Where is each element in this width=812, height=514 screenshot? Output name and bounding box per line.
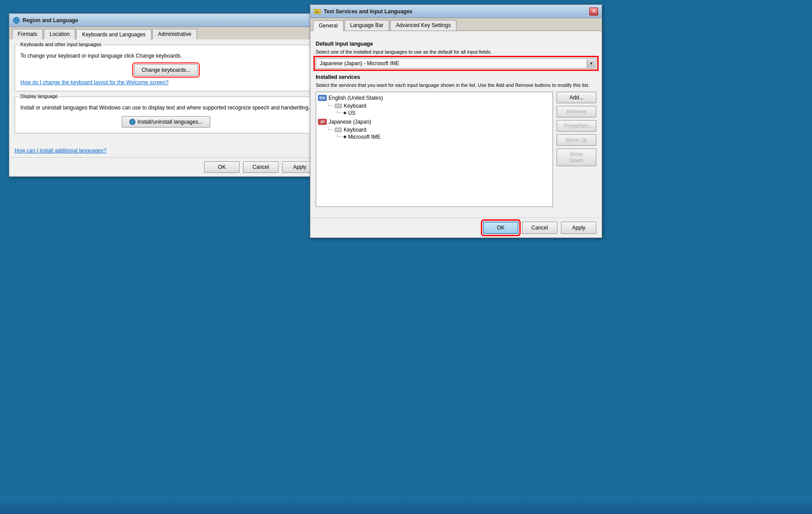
keyboards-description: To change your keyboard or input languag… [20,52,312,60]
default-input-desc: Select one of the installed input langua… [316,49,596,55]
display-language-group: Display language Install or uninstall la… [15,97,317,134]
list-item: └─ Keyboard [318,103,551,109]
ts-tab-advanced-key[interactable]: Advanced Key Settings [390,20,456,31]
ts-tab-language-bar[interactable]: Language Bar [344,20,389,31]
region-title-icon [13,17,20,24]
region-dialog-title: Region and Language [23,17,78,23]
svg-text:Aa: Aa [315,10,319,13]
list-item: EN English (United States) [318,94,551,102]
taskbar [0,496,812,514]
bullet-icon [344,112,346,114]
default-language-dropdown-wrapper: English (United States) - US Japanese (J… [316,58,596,69]
ts-ok-button[interactable]: OK [483,222,518,234]
tab-administrative[interactable]: Administrative [152,29,197,39]
ts-dialog-title: Text Services and Input Languages [324,8,413,15]
list-item: └─ Keyboard [318,127,551,133]
welcome-screen-link[interactable]: How do I change the keyboard layout for … [20,79,169,86]
keyboard-icon [335,128,342,132]
globe-icon [129,119,135,125]
region-dialog-titlebar: Region and Language ✕ [9,14,323,27]
region-language-dialog: Region and Language ✕ Formats Location K… [9,13,323,177]
move-down-button[interactable]: Move Down [557,148,596,166]
region-cancel-button[interactable]: Cancel [243,161,278,173]
text-services-dialog: Aa Text Services and Input Languages ✕ G… [310,4,602,238]
ts-dialog-body: Default input language Select one of the… [310,31,602,218]
ts-tabs: General Language Bar Advanced Key Settin… [310,18,602,31]
display-language-description: Install or uninstall languages that Wind… [20,104,312,112]
region-ok-button[interactable]: OK [204,161,240,173]
remove-button[interactable]: Remove [557,106,596,117]
tab-formats[interactable]: Formats [12,29,43,39]
ts-cancel-button[interactable]: Cancel [522,222,557,234]
ts-dialog-titlebar: Aa Text Services and Input Languages ✕ [310,5,602,18]
installed-services-section: EN English (United States) └─ Keyboard └… [316,92,596,207]
keyboard-icon [335,104,342,108]
region-tabs: Formats Location Keyboards and Languages… [9,27,323,39]
install-uninstall-button[interactable]: Install/uninstall languages... [122,116,210,128]
en-language-name: English (United States) [329,95,383,101]
default-input-label: Default input language [316,41,596,47]
list-item: └─ Microsoft IME [318,134,551,140]
jp-ime-label: Microsoft IME [348,134,380,140]
keyboards-group-title: Keyboards and other input languages [19,42,103,47]
installed-services-label: Installed services [316,74,596,80]
region-dialog-body: Keyboards and other input languages To c… [9,39,323,144]
display-language-title: Display language [19,93,59,99]
add-button[interactable]: Add... [557,92,596,103]
tab-location[interactable]: Location [44,29,75,39]
en-us-label: US [348,110,356,116]
ts-title-icon: Aa [314,8,321,15]
move-up-button[interactable]: Move Up [557,134,596,146]
list-item: JP Japanese (Japan) [318,118,551,126]
installed-services-desc: Select the services that you want for ea… [316,82,596,89]
services-list[interactable]: EN English (United States) └─ Keyboard └… [316,92,553,207]
list-item: └─ US [318,110,551,116]
region-dialog-footer: OK Cancel Apply [9,157,323,176]
change-keyboards-button[interactable]: Change keyboards... [134,64,198,76]
install-languages-link[interactable]: How can I install additional languages? [15,148,106,154]
tab-keyboards-languages[interactable]: Keyboards and Languages [76,29,151,40]
default-language-select[interactable]: English (United States) - US Japanese (J… [316,58,596,69]
services-action-buttons: Add... Remove Properties... Move Up Move… [557,92,596,207]
properties-button[interactable]: Properties... [557,120,596,132]
en-badge: EN [318,95,327,101]
bullet-icon [344,136,346,138]
ts-apply-button[interactable]: Apply [561,222,596,234]
jp-keyboard-label: Keyboard [344,127,366,133]
jp-badge: JP [318,119,327,125]
ts-tab-general[interactable]: General [313,20,344,31]
keyboards-group: Keyboards and other input languages To c… [15,45,317,91]
jp-language-name: Japanese (Japan) [329,119,371,125]
ts-dialog-footer: OK Cancel Apply [310,218,602,238]
en-keyboard-label: Keyboard [344,103,366,109]
ts-dialog-close[interactable]: ✕ [589,8,598,16]
